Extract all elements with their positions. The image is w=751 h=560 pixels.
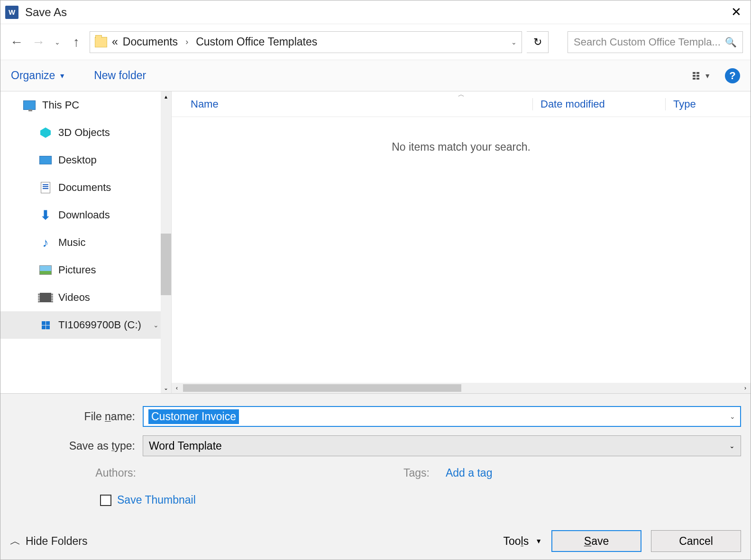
scroll-thumb[interactable] bbox=[183, 384, 461, 392]
saveastype-select[interactable]: Word Template ⌄ bbox=[143, 435, 741, 456]
breadcrumb-separator: › bbox=[183, 37, 191, 47]
sidebar-item-videos[interactable]: Videos bbox=[0, 284, 171, 311]
sidebar-item-3d-objects[interactable]: 3D Objects bbox=[0, 119, 171, 146]
sidebar-item-label: Videos bbox=[58, 291, 90, 304]
view-icon bbox=[693, 72, 699, 80]
sidebar-item-this-pc[interactable]: This PC bbox=[0, 91, 171, 119]
toolbar: Organize ▼ New folder ▼ ? bbox=[0, 60, 751, 91]
sidebar-item-pictures[interactable]: Pictures bbox=[0, 256, 171, 284]
new-folder-button[interactable]: New folder bbox=[94, 69, 146, 82]
bottom-panel: File name: Customer Invoice ⌄ Save as ty… bbox=[0, 393, 751, 560]
nav-bar: ← → ⌄ ↑ « Documents › Custom Office Temp… bbox=[0, 24, 751, 60]
sidebar-item-label: Music bbox=[58, 236, 85, 249]
column-header-date[interactable]: Date modified bbox=[532, 98, 665, 110]
breadcrumb-overflow: « bbox=[112, 36, 118, 48]
save-thumbnail-checkbox[interactable] bbox=[100, 495, 111, 506]
back-button[interactable]: ← bbox=[8, 34, 25, 51]
scroll-right-icon[interactable]: › bbox=[740, 385, 751, 391]
pc-icon bbox=[23, 100, 36, 110]
sidebar-item-label: Downloads bbox=[58, 209, 110, 221]
word-icon: W bbox=[5, 6, 18, 19]
tags-label: Tags: bbox=[403, 467, 436, 479]
desktop-icon bbox=[39, 155, 52, 165]
title-bar: W Save As ✕ bbox=[0, 0, 751, 24]
horizontal-scrollbar[interactable]: ‹ › bbox=[172, 383, 751, 393]
view-options-button[interactable]: ▼ bbox=[693, 72, 711, 80]
sidebar-scrollbar[interactable]: ▴ ⌄ bbox=[161, 91, 171, 393]
sidebar-item-label: TI10699700B (C:) bbox=[58, 319, 141, 331]
3d-objects-icon bbox=[39, 127, 52, 138]
expand-caret-icon[interactable]: ⌄ bbox=[153, 321, 159, 329]
hide-folders-label: Hide Folders bbox=[26, 535, 87, 548]
up-button[interactable]: ↑ bbox=[68, 34, 85, 51]
scroll-up-icon[interactable]: ▴ bbox=[161, 91, 171, 102]
folder-icon bbox=[95, 37, 107, 47]
saveastype-value: Word Template bbox=[149, 440, 222, 452]
saveastype-label: Save as type: bbox=[10, 440, 143, 452]
new-folder-label: New folder bbox=[94, 69, 146, 82]
music-icon: ♪ bbox=[39, 237, 52, 248]
save-thumbnail-label[interactable]: Save Thumbnail bbox=[117, 494, 196, 506]
tools-button[interactable]: Tools ▼ bbox=[503, 535, 542, 548]
filename-input[interactable]: Customer Invoice ⌄ bbox=[143, 406, 741, 427]
windows-icon bbox=[39, 320, 52, 330]
navigation-pane: ▴ ⌄ This PC 3D Objects Desktop Documents bbox=[0, 91, 171, 393]
downloads-icon: ⬇ bbox=[39, 210, 52, 220]
breadcrumb-seg-templates[interactable]: Custom Office Templates bbox=[196, 36, 317, 48]
caret-up-icon: ︿ bbox=[10, 534, 21, 549]
breadcrumb-seg-documents[interactable]: Documents bbox=[123, 36, 178, 48]
refresh-button[interactable]: ↻ bbox=[527, 31, 549, 53]
help-button[interactable]: ? bbox=[725, 68, 740, 83]
filename-value: Customer Invoice bbox=[148, 409, 239, 424]
organize-button[interactable]: Organize ▼ bbox=[11, 69, 65, 82]
filename-dropdown-icon[interactable]: ⌄ bbox=[730, 413, 735, 420]
organize-label: Organize bbox=[11, 69, 55, 82]
sidebar-item-music[interactable]: ♪ Music bbox=[0, 229, 171, 256]
documents-icon bbox=[39, 182, 52, 193]
search-placeholder: Search Custom Office Templa... bbox=[574, 36, 721, 48]
column-header-type[interactable]: Type bbox=[665, 98, 751, 110]
forward-button[interactable]: → bbox=[30, 34, 47, 51]
sidebar-item-label: This PC bbox=[42, 99, 79, 111]
sidebar-item-label: Documents bbox=[58, 181, 111, 194]
save-as-dialog: W Save As ✕ ← → ⌄ ↑ « Documents › Custom… bbox=[0, 0, 751, 560]
scroll-down-icon[interactable]: ⌄ bbox=[161, 383, 171, 393]
pictures-icon bbox=[39, 265, 52, 275]
videos-icon bbox=[39, 292, 52, 303]
add-tag-link[interactable]: Add a tag bbox=[446, 467, 492, 479]
dropdown-caret-icon: ⌄ bbox=[729, 442, 735, 450]
sidebar-item-label: 3D Objects bbox=[58, 126, 110, 139]
search-input[interactable]: Search Custom Office Templa... 🔍 bbox=[568, 31, 743, 53]
filename-label: File name: bbox=[10, 410, 143, 423]
sidebar-item-label: Pictures bbox=[58, 264, 96, 276]
file-list-pane: ︿ Name Date modified Type No items match… bbox=[171, 91, 751, 393]
caret-down-icon: ▼ bbox=[59, 72, 65, 80]
caret-down-icon: ▼ bbox=[704, 72, 711, 80]
window-title: Save As bbox=[25, 6, 727, 19]
hide-folders-button[interactable]: ︿ Hide Folders bbox=[10, 534, 87, 549]
caret-down-icon: ▼ bbox=[535, 537, 542, 545]
save-button[interactable]: Save bbox=[551, 530, 641, 552]
address-dropdown[interactable]: ⌄ bbox=[511, 38, 517, 46]
empty-message: No items match your search. bbox=[172, 141, 751, 154]
scroll-left-icon[interactable]: ‹ bbox=[172, 385, 182, 391]
search-icon: 🔍 bbox=[725, 36, 737, 48]
address-bar[interactable]: « Documents › Custom Office Templates ⌄ bbox=[90, 31, 522, 53]
cancel-button[interactable]: Cancel bbox=[651, 530, 741, 552]
collapse-caret-icon[interactable]: ︿ bbox=[458, 90, 465, 99]
column-header-name[interactable]: Name bbox=[191, 98, 532, 110]
close-button[interactable]: ✕ bbox=[727, 3, 746, 22]
sidebar-item-desktop[interactable]: Desktop bbox=[0, 146, 171, 174]
sidebar-item-label: Desktop bbox=[58, 154, 97, 166]
authors-label: Authors: bbox=[10, 467, 143, 479]
sidebar-item-downloads[interactable]: ⬇ Downloads bbox=[0, 201, 171, 229]
sidebar-item-drive-c[interactable]: TI10699700B (C:) ⌄ bbox=[0, 311, 171, 339]
scroll-thumb[interactable] bbox=[161, 234, 171, 295]
recent-locations-dropdown[interactable]: ⌄ bbox=[52, 38, 63, 46]
sidebar-item-documents[interactable]: Documents bbox=[0, 174, 171, 201]
body: ▴ ⌄ This PC 3D Objects Desktop Documents bbox=[0, 91, 751, 393]
